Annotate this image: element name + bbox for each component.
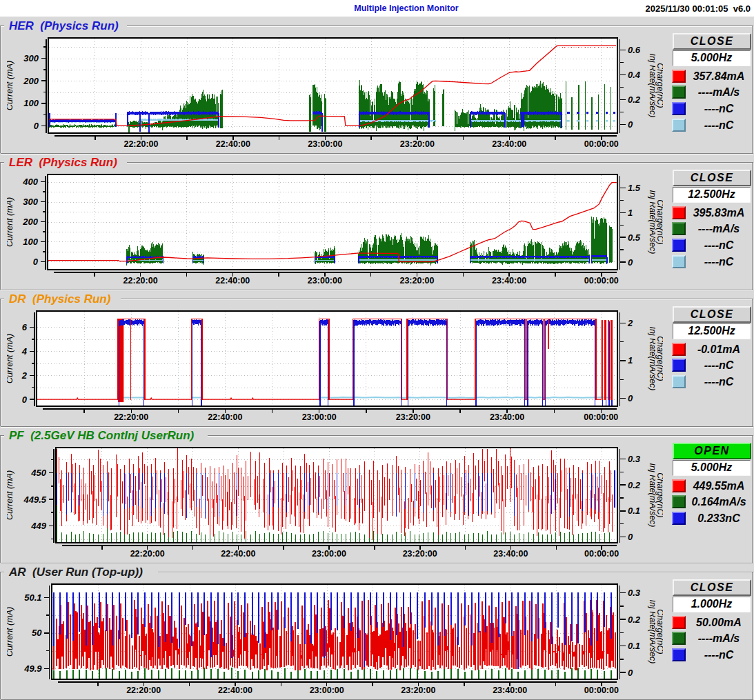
svg-text:Charge(nC): Charge(nC) xyxy=(655,199,663,244)
svg-text:Current (mA): Current (mA) xyxy=(7,607,14,657)
svg-text:Inj Rate(mA/sec): Inj Rate(mA/sec) xyxy=(648,326,655,390)
svg-text:Current (mA): Current (mA) xyxy=(7,61,14,110)
svg-text:Current (mA): Current (mA) xyxy=(7,334,14,383)
svg-text:Charge(nC): Charge(nC) xyxy=(655,336,663,381)
svg-text:Charge(nC): Charge(nC) xyxy=(655,609,663,654)
svg-text:Charge(nC): Charge(nC) xyxy=(655,472,663,517)
svg-text:Inj Rate(mA/sec): Inj Rate(mA/sec) xyxy=(648,53,655,117)
svg-text:Inj Rate(mA/sec): Inj Rate(mA/sec) xyxy=(648,599,655,663)
svg-text:Current (mA): Current (mA) xyxy=(7,197,14,247)
svg-text:Inj Rate(mA/sec): Inj Rate(mA/sec) xyxy=(648,463,655,527)
svg-text:Charge(nC): Charge(nC) xyxy=(655,63,663,108)
svg-text:Current (mA): Current (mA) xyxy=(7,470,14,520)
svg-text:Inj Rate(mA/sec): Inj Rate(mA/sec) xyxy=(648,190,655,254)
